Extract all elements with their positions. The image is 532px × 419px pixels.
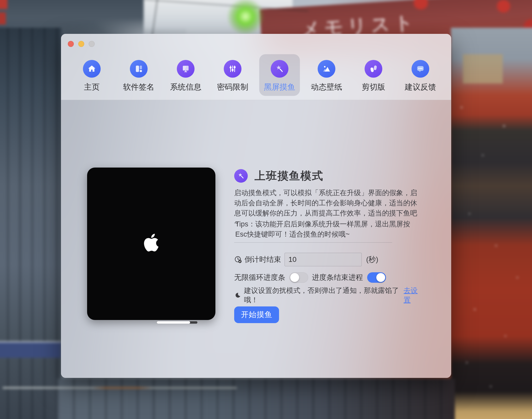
countdown-unit: (秒)	[366, 255, 378, 264]
dnd-note-text: 建议设置勿扰模式，否则弹出了通知，那就露馅了哦！	[244, 286, 400, 305]
toolbar-item-label: 动态壁纸	[311, 82, 342, 93]
preview-progress-fill	[157, 321, 190, 324]
background-rain-sparkles	[451, 76, 532, 408]
sliders-icon	[224, 60, 241, 78]
toolbar-item-label: 主页	[84, 82, 100, 93]
signature-icon	[130, 60, 148, 78]
background-street	[57, 379, 455, 419]
black-screen-preview	[87, 168, 215, 320]
toggle-knob	[376, 273, 385, 282]
background-red-sign	[0, 0, 8, 9]
close-button[interactable]	[68, 41, 74, 47]
background-street-line	[3, 387, 237, 389]
monitor-icon	[177, 60, 195, 78]
background-lantern	[496, 0, 511, 13]
clipboard-icon	[365, 60, 382, 78]
toolbar-item-password[interactable]: 密码限制	[212, 54, 253, 96]
toolbar-item-blackscreen[interactable]: 黑屏摸鱼	[259, 54, 300, 96]
toolbar-item-label: 剪切版	[362, 82, 385, 93]
toolbar-item-home[interactable]: 主页	[71, 54, 112, 96]
preview-progress-bar	[157, 321, 197, 324]
countdown-row: 倒计时结束 (秒)	[234, 253, 378, 266]
toolbar-item-clipboard[interactable]: 剪切版	[353, 54, 394, 96]
magic-wand-icon	[271, 60, 288, 78]
moon-icon	[234, 292, 241, 299]
page-title: 上班摸鱼模式	[255, 169, 323, 183]
toolbar-item-label: 软件签名	[123, 82, 154, 93]
toolbar-item-label: 密码限制	[217, 82, 248, 93]
tips-text: Tips：该功能开启后则像系统升级一样黑屏，退出黑屏按Esc快捷键即可！适合摸鱼…	[235, 219, 421, 239]
start-button[interactable]: 开始摸鱼	[234, 306, 279, 323]
zoom-button[interactable]	[89, 41, 95, 47]
feedback-icon	[412, 60, 429, 78]
divider	[234, 242, 392, 243]
traffic-lights	[68, 41, 95, 47]
toggles-row: 无限循环进度条 进度条结束进程	[234, 272, 386, 283]
go-to-settings-link[interactable]: 去设置	[404, 286, 423, 305]
window-header: 主页 软件签名	[61, 34, 451, 100]
kill-process-label: 进度条结束进程	[312, 273, 363, 282]
app-window: 主页 软件签名	[61, 34, 451, 378]
toolbar-item-sysinfo[interactable]: 系统信息	[165, 54, 206, 96]
toolbar-item-wallpaper[interactable]: 动态壁纸	[306, 54, 347, 96]
infinite-loop-toggle[interactable]	[289, 272, 308, 283]
toolbar-item-label: 黑屏摸鱼	[264, 82, 295, 93]
countdown-clock-icon	[234, 256, 242, 263]
dnd-note-row: 建议设置勿扰模式，否则弹出了通知，那就露馅了哦！ 去设置	[234, 290, 423, 300]
countdown-input[interactable]	[285, 253, 362, 266]
toolbar: 主页 软件签名	[71, 54, 441, 96]
toolbar-item-signature[interactable]: 软件签名	[118, 54, 159, 96]
background-left-wall	[0, 28, 61, 419]
countdown-label: 倒计时结束	[245, 255, 281, 264]
wallpaper-icon	[318, 60, 335, 78]
toolbar-item-feedback[interactable]: 建议反馈	[400, 54, 441, 96]
apple-logo-icon	[142, 232, 160, 253]
toggle-knob	[290, 273, 299, 282]
window-content: 上班摸鱼模式 启动摸鱼模式，可以模拟「系统正在升级」界面的假象，启动后会自动全屏…	[61, 100, 451, 378]
toolbar-item-label: 系统信息	[170, 82, 201, 93]
minimize-button[interactable]	[78, 41, 84, 47]
toolbar-item-label: 建议反馈	[405, 82, 436, 93]
magic-wand-badge-icon	[234, 169, 248, 183]
screen: メモリスト 主页	[0, 0, 532, 419]
background-red-sign	[0, 12, 6, 24]
background-traffic-light-glow	[227, 0, 264, 35]
title-row: 上班摸鱼模式	[234, 169, 323, 183]
background-navy-band	[0, 341, 61, 358]
infinite-loop-label: 无限循环进度条	[234, 273, 285, 282]
kill-process-toggle[interactable]	[367, 272, 386, 283]
home-icon	[83, 60, 101, 78]
